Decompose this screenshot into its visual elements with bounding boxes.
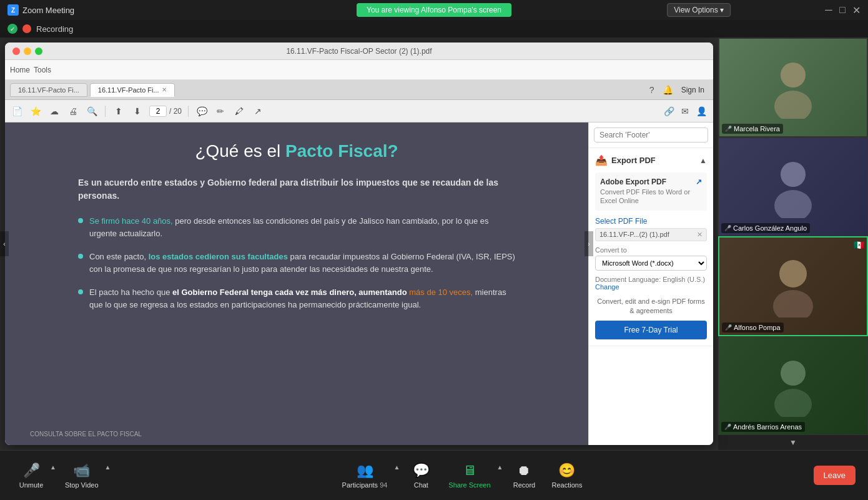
participant-avatar-1 <box>719 39 867 136</box>
bullet-dot-icon <box>78 254 83 259</box>
file-chip: 16.11.VF-P...(2) (1).pdf ✕ <box>595 228 707 241</box>
toolbar-separator <box>105 106 106 117</box>
select-pdf-label[interactable]: Select PDF File <box>595 217 707 226</box>
mac-title-bar: 16.11.VF-Pacto Fiscal-OP Sector (2) (1).… <box>5 42 713 60</box>
participants-group: 👥 Participants 94 ▲ <box>336 459 400 492</box>
convert-description: Convert, edit and e-sign PDF forms & agr… <box>595 297 707 316</box>
page-prev-icon[interactable]: ⬆ <box>112 104 126 118</box>
recording-dot-icon <box>22 24 31 33</box>
close-tab-icon[interactable]: ✕ <box>162 86 167 93</box>
recording-bar: Recording <box>0 20 868 38</box>
pencil-icon[interactable]: ✏ <box>214 104 227 118</box>
unmute-arrow[interactable]: ▲ <box>50 464 56 471</box>
chat-button[interactable]: 💬 Chat <box>402 459 440 492</box>
participant-video-1: 🎤 Marcela Rivera <box>718 38 868 138</box>
export-pdf-header: 📤 Export PDF ▲ <box>595 154 707 166</box>
user-icon[interactable]: 👤 <box>694 104 708 118</box>
sidebar-search-input[interactable] <box>594 128 708 142</box>
comment-icon[interactable]: 💬 <box>195 104 209 118</box>
stop-video-group: 📹 Stop Video ▲ <box>59 459 111 492</box>
svg-point-1 <box>774 91 812 119</box>
pdf-toolbar: 📄 ⭐ ☁ 🖨 🔍 ⬆ ⬇ / 20 💬 ✏ 🖍 ↗ 🔗 <box>5 100 713 122</box>
mac-maximize-button[interactable] <box>35 48 42 55</box>
participant-video-4: 🎤 Andrés Barrios Arenas <box>718 336 868 435</box>
share-screen-group: 🖥 Share Screen ▲ <box>442 459 503 492</box>
participants-button[interactable]: 👥 Participants 94 <box>336 459 394 492</box>
remove-file-icon[interactable]: ✕ <box>697 231 703 239</box>
app-title: Z Zoom Meeting <box>7 4 74 16</box>
view-options-button[interactable]: View Options ▾ <box>667 3 731 17</box>
link-icon[interactable]: 🔗 <box>662 104 676 118</box>
slide-footer: CONSULTA SOBRE EL PACTO FISCAL <box>30 431 142 438</box>
trial-button[interactable]: Free 7-Day Trial <box>595 321 707 339</box>
page-next-icon[interactable]: ⬇ <box>131 104 144 118</box>
tools-nav[interactable]: Tools <box>34 66 51 74</box>
maximize-button[interactable]: □ <box>838 6 847 14</box>
record-button[interactable]: ⏺ Record <box>505 459 543 492</box>
svg-point-5 <box>773 290 813 318</box>
participant-name-2: 🎤 Carlos González Angulo <box>721 223 810 233</box>
page-number-input[interactable] <box>149 106 167 117</box>
toolbar-separator-2 <box>188 106 189 117</box>
slide-subtitle: Es un acuerdo entre estados y Gobierno f… <box>78 176 515 202</box>
participants-arrow[interactable]: ▲ <box>393 464 400 471</box>
bookmark-icon[interactable]: ⭐ <box>29 104 42 118</box>
pdf-sidebar-search <box>589 122 713 148</box>
zoom-logo-icon: Z <box>7 4 19 16</box>
scroll-left-button[interactable]: ‹ <box>5 231 9 256</box>
zoom-icon[interactable]: 🔍 <box>85 104 99 118</box>
highlight-icon[interactable]: 🖍 <box>232 104 246 118</box>
unmute-button[interactable]: 🎤 Unmute <box>12 459 50 492</box>
home-nav[interactable]: Home <box>10 66 30 74</box>
pdf-tab-1[interactable]: 16.11.VF-Pacto Fi... <box>10 83 87 97</box>
app-name: Zoom Meeting <box>22 6 74 15</box>
mac-window: 16.11.VF-Pacto Fiscal-OP Sector (2) (1).… <box>5 42 713 445</box>
stop-video-button[interactable]: 📹 Stop Video <box>59 459 105 492</box>
open-file-icon[interactable]: 📄 <box>10 104 24 118</box>
flag-icon: 🇲🇽 <box>854 240 864 250</box>
pdf-tab-2[interactable]: 16.11.VF-Pacto Fi... ✕ <box>90 83 175 97</box>
center-controls-group: 👥 Participants 94 ▲ 💬 Chat 🖥 Share Scree… <box>336 459 589 492</box>
stop-video-arrow[interactable]: ▲ <box>105 464 111 471</box>
close-button[interactable]: ✕ <box>852 6 861 14</box>
pdf-sidebar: 📤 Export PDF ▲ Adobe Export PDF ↗ Conver… <box>588 122 713 445</box>
pdf-page: ¿Qué es el Pacto Fiscal? Es un acuerdo e… <box>5 122 588 445</box>
export-pdf-section: 📤 Export PDF ▲ Adobe Export PDF ↗ Conver… <box>589 148 713 346</box>
share-icon[interactable]: ↗ <box>251 104 265 118</box>
convert-to-label: Convert to <box>595 246 707 254</box>
participant-avatar-3 <box>719 238 867 335</box>
scroll-down-button[interactable]: ▼ <box>718 435 868 450</box>
mac-close-button[interactable] <box>12 48 20 55</box>
help-icon[interactable]: ? <box>645 83 659 97</box>
share-screen-button[interactable]: 🖥 Share Screen <box>442 459 496 492</box>
page-navigation: / 20 <box>149 106 182 117</box>
share-screen-arrow[interactable]: ▲ <box>497 464 503 471</box>
notifications-icon[interactable]: 🔔 <box>661 83 675 97</box>
minimize-button[interactable]: ─ <box>824 6 833 14</box>
adobe-export-section: Adobe Export PDF ↗ Convert PDF Files to … <box>595 172 707 211</box>
participant-name-3: 🎤 Alfonso Pompa <box>722 322 784 332</box>
svg-point-7 <box>774 389 812 417</box>
mic-muted-icon: 🎤 <box>725 126 732 132</box>
cloud-icon[interactable]: ☁ <box>47 104 61 118</box>
participant-video-2: 🎤 Carlos González Angulo <box>718 138 868 236</box>
email-icon[interactable]: ✉ <box>678 104 692 118</box>
svg-point-3 <box>774 190 812 218</box>
pdf-content-wrapper: ‹ ¿Qué es el Pacto Fiscal? Es un acuerdo… <box>5 122 713 445</box>
collapse-icon[interactable]: ▲ <box>699 156 707 165</box>
pdf-tabs: 16.11.VF-Pacto Fi... 16.11.VF-Pacto Fi..… <box>5 80 713 100</box>
main-content: 16.11.VF-Pacto Fiscal-OP Sector (2) (1).… <box>0 38 868 450</box>
reactions-button[interactable]: 😊 Reactions <box>545 459 588 492</box>
print-icon[interactable]: 🖨 <box>66 104 80 118</box>
green-check-icon <box>7 24 17 34</box>
recording-label: Recording <box>36 24 73 34</box>
change-language-link[interactable]: Change <box>595 283 619 291</box>
unmute-group: 🎤 Unmute ▲ <box>12 459 56 492</box>
scroll-right-button[interactable]: › <box>584 231 593 256</box>
participant-video-3: 🎤 Alfonso Pompa 🇲🇽 <box>718 236 868 336</box>
bullet-item-2: Con este pacto, los estados cedieron sus… <box>78 251 515 275</box>
convert-to-select[interactable]: Microsoft Word (*.docx) <box>595 256 707 271</box>
sign-in-button[interactable]: Sign In <box>678 83 708 97</box>
leave-button[interactable]: Leave <box>814 466 856 485</box>
mac-minimize-button[interactable] <box>24 48 31 55</box>
